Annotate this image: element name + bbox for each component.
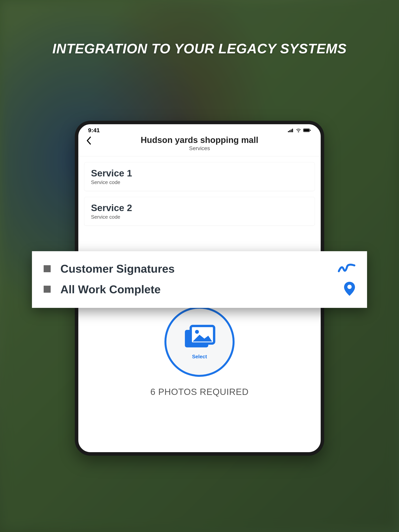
back-button[interactable] xyxy=(86,136,92,147)
service-title: Service 1 xyxy=(91,168,308,178)
checkbox-icon xyxy=(44,286,51,293)
service-code: Service code xyxy=(91,179,308,185)
select-photos-button[interactable]: Select xyxy=(164,307,235,377)
svg-point-10 xyxy=(195,330,199,334)
svg-rect-6 xyxy=(304,129,309,132)
battery-icon xyxy=(303,127,311,133)
checklist-label: Customer Signatures xyxy=(60,262,328,275)
svg-rect-2 xyxy=(291,129,292,132)
wifi-icon xyxy=(296,127,301,133)
photo-picker: Select 6 PHOTOS REQUIRED xyxy=(86,307,313,397)
service-title: Service 2 xyxy=(91,203,308,213)
svg-rect-3 xyxy=(292,129,293,132)
page-headline: INTEGRATION TO YOUR LEGACY SYSTEMS xyxy=(20,41,379,57)
checklist-overlay: Customer Signatures All Work Complete xyxy=(32,251,367,308)
signature-icon xyxy=(338,262,355,275)
nav-subtitle: Services xyxy=(84,145,315,152)
location-pin-icon xyxy=(344,281,355,297)
status-time: 9:41 xyxy=(88,127,100,133)
checklist-label: All Work Complete xyxy=(60,283,334,296)
checklist-item-signatures[interactable]: Customer Signatures xyxy=(44,259,355,278)
status-bar: 9:41 xyxy=(78,124,321,135)
service-code: Service code xyxy=(91,214,308,220)
svg-point-4 xyxy=(298,131,299,132)
checklist-item-work-complete[interactable]: All Work Complete xyxy=(44,278,355,300)
nav-title: Hudson yards shopping mall xyxy=(84,135,315,145)
checkbox-icon xyxy=(44,265,51,272)
svg-rect-7 xyxy=(310,130,311,131)
chevron-left-icon xyxy=(86,136,92,145)
svg-point-11 xyxy=(347,285,352,289)
service-card[interactable]: Service 1 Service code xyxy=(84,162,315,191)
cellular-icon xyxy=(288,127,294,133)
svg-rect-0 xyxy=(288,131,289,132)
select-label: Select xyxy=(192,354,207,360)
status-right xyxy=(288,127,311,133)
nav-header: Hudson yards shopping mall Services xyxy=(78,135,321,156)
photos-required-text: 6 PHOTOS REQUIRED xyxy=(150,386,249,397)
svg-rect-1 xyxy=(289,130,290,132)
service-card[interactable]: Service 2 Service code xyxy=(84,197,315,226)
gallery-icon xyxy=(183,324,216,352)
